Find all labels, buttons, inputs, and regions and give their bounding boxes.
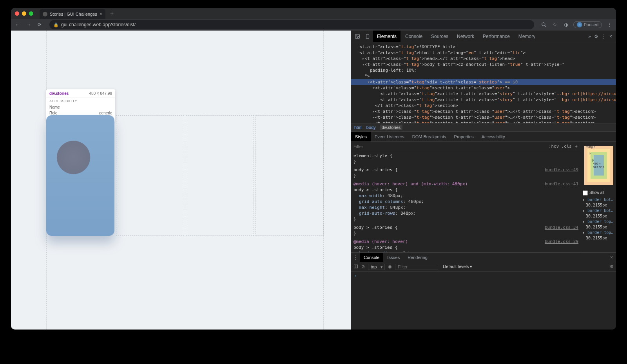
forward-button[interactable]: → xyxy=(25,22,32,27)
story-slot xyxy=(116,115,184,236)
story-card[interactable] xyxy=(46,115,114,236)
drawer-close-icon[interactable]: × xyxy=(607,255,616,260)
content-area: div.stories 480 × 847.99 ACCESSIBILITY N… xyxy=(11,31,616,330)
bm-margin-label: margin xyxy=(586,145,595,148)
devtools-close-icon[interactable]: × xyxy=(609,34,612,39)
tab-close-icon[interactable]: × xyxy=(100,11,102,17)
dom-line[interactable]: "> xyxy=(351,73,616,79)
sub-tab-dom-breakpoints[interactable]: DOM Breakpoints xyxy=(408,132,450,141)
sub-tab-properties[interactable]: Properties xyxy=(450,132,478,141)
devtools-tab-sources[interactable]: Sources xyxy=(427,31,452,42)
computed-prop[interactable]: ▸ border-bot…30.2155px xyxy=(583,208,614,219)
device-icon[interactable] xyxy=(363,34,372,39)
clear-console-icon[interactable]: ⊘ xyxy=(361,264,365,269)
address-bar[interactable]: 🔒 gui-challenges.web.app/stories/dist/ xyxy=(49,20,534,29)
css-rule[interactable]: body > .stories {bundle.css:49} xyxy=(353,167,578,179)
computed-prop[interactable]: ▸ border-top…30.2155px xyxy=(583,230,614,241)
dom-line[interactable]: </t-attr">class="t-tag">section> xyxy=(351,103,616,109)
browser-window: Stories | GUI Challenges × + ← → ⟳ 🔒 gui… xyxy=(11,8,616,330)
dom-line[interactable]: padding-left: 10%; xyxy=(351,67,616,73)
drawer-tab-rendering[interactable]: Rendering xyxy=(404,253,431,262)
tabs-overflow[interactable]: » xyxy=(588,34,591,39)
back-button[interactable]: ← xyxy=(14,22,21,27)
dom-line[interactable]: ▸<t-attr">class="t-tag">section t-attr">… xyxy=(351,114,616,120)
breadcrumb: html body div.stories xyxy=(351,123,616,132)
crumb-current[interactable]: div.stories xyxy=(380,125,403,130)
inspect-icon[interactable] xyxy=(353,34,362,39)
add-rule-button[interactable]: ＋ xyxy=(574,143,578,149)
console-toolbar: ⊘ top ◉ Default levels ▾ ⚙ xyxy=(351,262,616,272)
console-settings-icon[interactable]: ⚙ xyxy=(610,264,614,269)
new-tab-button[interactable]: + xyxy=(110,10,114,17)
dom-line[interactable]: ▾<t-attr">class="t-tag">div t-attr">clas… xyxy=(351,79,616,85)
computed-prop[interactable]: ▸ border-top…30.2155px xyxy=(583,219,614,230)
styles-filter-input[interactable] xyxy=(353,144,546,149)
drawer-more-icon[interactable]: ⋮ xyxy=(351,255,360,260)
devtools-tab-console[interactable]: Console xyxy=(401,31,426,42)
tooltip-role-value: generic xyxy=(99,111,112,115)
styles-tabs: StylesEvent ListenersDOM BreakpointsProp… xyxy=(351,132,616,142)
favicon-icon xyxy=(43,12,47,16)
sidebar-toggle-icon[interactable] xyxy=(353,264,358,270)
dom-line[interactable]: <t-attr">class="t-tag">article t-attr">c… xyxy=(351,97,616,103)
css-rule[interactable]: body > .stories {bundle.css:34} xyxy=(353,225,578,236)
profile-button[interactable]: Paused xyxy=(573,21,602,28)
minimize-icon[interactable] xyxy=(22,11,26,16)
maximize-icon[interactable] xyxy=(29,11,33,16)
computed-list[interactable]: ▸ border-bot…30.2155px▸ border-bot…30.21… xyxy=(581,197,616,252)
close-icon[interactable] xyxy=(15,11,19,16)
devtools-tab-elements[interactable]: Elements xyxy=(373,31,400,42)
browser-tab[interactable]: Stories | GUI Challenges × xyxy=(40,9,105,19)
window-controls xyxy=(15,11,33,16)
menu-button[interactable]: ⋮ xyxy=(606,22,613,27)
drawer-tab-issues[interactable]: Issues xyxy=(383,253,404,262)
show-all-toggle[interactable]: Show all xyxy=(581,189,616,197)
zoom-icon[interactable] xyxy=(540,22,547,27)
console-body[interactable]: › xyxy=(351,272,616,330)
dom-line[interactable]: ▾<t-attr">class="t-tag">section t-attr">… xyxy=(351,85,616,91)
toolbar: ← → ⟳ 🔒 gui-challenges.web.app/stories/d… xyxy=(11,19,616,31)
settings-icon[interactable]: ⚙ xyxy=(594,34,598,39)
dom-line[interactable]: <t-attr">class="t-tag">html t-attr">lang… xyxy=(351,50,616,56)
hov-toggle[interactable]: :hov xyxy=(549,144,559,149)
devtools-tab-performance[interactable]: Performance xyxy=(479,31,514,42)
context-selector[interactable]: top xyxy=(368,264,385,270)
css-rule[interactable]: @media (hover: hover) and (min-width: 48… xyxy=(353,181,578,222)
reload-button[interactable]: ⟳ xyxy=(36,22,43,27)
profile-label: Paused xyxy=(584,22,598,27)
console-filter-input[interactable] xyxy=(395,264,438,270)
show-all-checkbox[interactable] xyxy=(583,190,588,196)
dom-line[interactable]: ▾<t-attr">class="t-tag">body t-attr">cz-… xyxy=(351,62,616,67)
css-rule[interactable]: @media (hover: hover)body > .stories {bu… xyxy=(353,239,578,252)
dom-tree[interactable]: <t-attr">class="t-tag">!DOCTYPE html> <t… xyxy=(351,42,616,123)
more-icon[interactable]: ⋮ xyxy=(602,34,606,39)
dom-line[interactable]: <t-attr">class="t-tag">!DOCTYPE html> xyxy=(351,44,616,50)
svg-rect-3 xyxy=(366,34,369,38)
crumb-body[interactable]: body xyxy=(366,125,376,130)
sub-tab-event-listeners[interactable]: Event Listeners xyxy=(371,132,408,141)
tooltip-section: ACCESSIBILITY xyxy=(46,98,115,104)
cls-toggle[interactable]: .cls xyxy=(562,144,572,149)
computed-prop[interactable]: ▸ border-bot…30.2155px xyxy=(583,197,614,208)
show-all-label: Show all xyxy=(589,190,604,195)
sub-tab-accessibility[interactable]: Accessibility xyxy=(478,132,509,141)
drawer-tab-console[interactable]: Console xyxy=(360,253,383,262)
styles-area: :hov .cls ＋ element.style {}body > .stor… xyxy=(351,142,616,253)
dom-line[interactable]: ▸<t-attr">class="t-tag">section t-attr">… xyxy=(351,109,616,114)
crumb-html[interactable]: html xyxy=(354,125,362,130)
lock-icon: 🔒 xyxy=(53,22,59,27)
dom-line[interactable]: ▸<t-attr">class="t-tag">head>…</t-attr">… xyxy=(351,56,616,62)
styles-filterbar: :hov .cls ＋ xyxy=(351,142,581,151)
live-expression-icon[interactable]: ◉ xyxy=(388,264,392,269)
drawer-tabs: ⋮ ConsoleIssuesRendering× xyxy=(351,253,616,262)
sub-tab-styles[interactable]: Styles xyxy=(351,132,371,141)
extension-icon[interactable]: ◑ xyxy=(562,22,569,27)
devtools-tab-network[interactable]: Network xyxy=(453,31,478,42)
log-levels[interactable]: Default levels ▾ xyxy=(443,264,472,269)
dom-line[interactable]: ▸<t-attr">class="t-tag">section t-attr">… xyxy=(351,120,616,123)
css-rule[interactable]: element.style {} xyxy=(353,153,578,165)
bookmark-icon[interactable]: ☆ xyxy=(551,22,558,27)
style-rules[interactable]: element.style {}body > .stories {bundle.… xyxy=(351,151,581,252)
dom-line[interactable]: <t-attr">class="t-tag">article t-attr">c… xyxy=(351,91,616,97)
devtools-tab-memory[interactable]: Memory xyxy=(515,31,539,42)
